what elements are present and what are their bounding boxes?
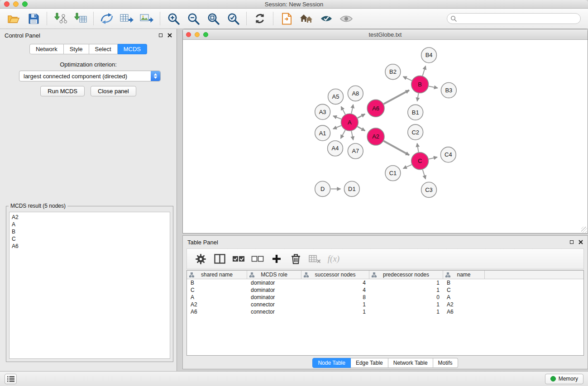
refresh-button[interactable] <box>250 10 270 27</box>
open-file-button[interactable] <box>4 10 24 27</box>
close-window-button[interactable] <box>4 1 10 7</box>
edge-A-A4[interactable] <box>341 130 345 139</box>
node-A2[interactable]: A2 <box>367 128 384 145</box>
zoom-fit-button[interactable] <box>203 10 223 27</box>
cell-successor-nodes[interactable]: 4 <box>301 280 369 286</box>
node-A8[interactable]: A8 <box>348 86 363 101</box>
edge-B-B4[interactable] <box>422 66 425 76</box>
node-A6[interactable]: A6 <box>367 100 384 117</box>
criterion-dropdown[interactable]: largest connected component (directed) <box>19 71 161 81</box>
cell-MCDS-role[interactable]: dominator <box>247 294 301 300</box>
tab-motifs[interactable]: Motifs <box>433 358 458 368</box>
table-row-B[interactable]: Bdominator41B <box>187 279 583 286</box>
home-button[interactable] <box>296 10 316 27</box>
column-header-MCDS-role[interactable]: MCDS role <box>247 271 301 279</box>
node-B4[interactable]: B4 <box>421 48 437 63</box>
node-D[interactable]: D <box>315 181 330 197</box>
show-column-button[interactable] <box>213 252 226 266</box>
edge-C-C1[interactable] <box>403 165 412 168</box>
result-item-c[interactable]: C <box>12 235 167 243</box>
zoom-network-button[interactable] <box>203 32 208 37</box>
minimize-window-button[interactable] <box>13 1 19 7</box>
zoom-window-button[interactable] <box>22 1 28 7</box>
cell-name[interactable]: A2 <box>443 301 485 308</box>
edge-B-B2[interactable] <box>403 76 411 81</box>
zoom-in-button[interactable] <box>163 10 183 27</box>
cell-name[interactable]: B <box>443 280 485 286</box>
document-button[interactable] <box>277 10 296 27</box>
table-row-C[interactable]: Cdominator41C <box>187 286 583 294</box>
edge-B-B1[interactable] <box>417 93 419 101</box>
cell-successor-nodes[interactable]: 8 <box>301 294 369 300</box>
function-builder-button[interactable]: f(x) <box>327 252 340 266</box>
cell-MCDS-role[interactable]: dominator <box>247 280 301 286</box>
result-item-a[interactable]: A <box>12 221 167 228</box>
cell-shared-name[interactable]: C <box>187 287 247 293</box>
deselect-all-button[interactable] <box>251 252 264 266</box>
task-history-button[interactable] <box>5 374 17 384</box>
edge-A-A5[interactable] <box>341 106 345 114</box>
column-header-successor-nodes[interactable]: successor nodes <box>301 271 369 279</box>
edge-A6-B[interactable] <box>384 90 409 104</box>
save-session-button[interactable] <box>24 10 43 27</box>
cell-predecessor-nodes[interactable]: 0 <box>369 294 443 300</box>
cell-name[interactable]: A <box>443 294 485 300</box>
cell-shared-name[interactable]: A6 <box>187 309 247 315</box>
cell-MCDS-role[interactable]: dominator <box>247 287 301 293</box>
import-table-button[interactable] <box>70 10 90 27</box>
cell-predecessor-nodes[interactable]: 1 <box>369 301 443 308</box>
tab-select[interactable]: Select <box>89 44 118 54</box>
edge-A-A8[interactable] <box>351 105 353 114</box>
node-B[interactable]: B <box>411 76 429 93</box>
tab-network[interactable]: Network <box>29 44 64 54</box>
edge-A-A1[interactable] <box>333 126 341 129</box>
cell-shared-name[interactable]: A <box>187 294 247 300</box>
node-C1[interactable]: C1 <box>385 166 401 181</box>
edge-A-A2[interactable] <box>358 127 365 131</box>
result-item-a6[interactable]: A6 <box>12 243 167 250</box>
edge-C-C2[interactable] <box>417 143 419 152</box>
edge-A-A6[interactable] <box>358 114 365 118</box>
zoom-selected-button[interactable] <box>223 10 243 27</box>
node-A5[interactable]: A5 <box>328 89 344 104</box>
close-table-panel-icon[interactable] <box>578 239 583 246</box>
edge-A2-C[interactable] <box>384 141 410 155</box>
node-A3[interactable]: A3 <box>315 104 330 119</box>
result-item-b[interactable]: B <box>12 228 167 235</box>
tab-node-table[interactable]: Node Table <box>312 358 351 368</box>
cell-name[interactable]: C <box>443 287 485 293</box>
node-A7[interactable]: A7 <box>348 143 363 159</box>
network-canvas[interactable]: B4B2BB3A8A5A6A3B1AC2A1A2A4A7C4CC1DD1C3 <box>183 40 588 233</box>
table-settings-button[interactable] <box>194 252 207 266</box>
table-row-A2[interactable]: A2connector11A2 <box>187 301 583 308</box>
node-A1[interactable]: A1 <box>315 125 330 141</box>
node-A4[interactable]: A4 <box>328 141 343 156</box>
cell-predecessor-nodes[interactable]: 1 <box>369 309 443 315</box>
tab-network-table[interactable]: Network Table <box>388 358 433 368</box>
network-graph[interactable]: B4B2BB3A8A5A6A3B1AC2A1A2A4A7C4CC1DD1C3 <box>183 40 588 233</box>
node-D1[interactable]: D1 <box>344 181 359 197</box>
add-row-button[interactable] <box>270 252 283 266</box>
cell-name[interactable]: A6 <box>443 309 485 315</box>
resize-grip[interactable] <box>581 227 587 233</box>
cell-successor-nodes[interactable]: 4 <box>301 287 369 293</box>
edge-A-A7[interactable] <box>351 131 353 140</box>
tab-style[interactable]: Style <box>64 44 89 54</box>
cell-successor-nodes[interactable]: 1 <box>301 301 369 308</box>
node-A[interactable]: A <box>341 114 358 131</box>
edge-C-C3[interactable] <box>423 170 426 179</box>
edge-C-C4[interactable] <box>429 157 437 159</box>
float-table-panel-icon[interactable] <box>570 240 574 244</box>
edge-A-A3[interactable] <box>333 116 341 119</box>
cell-shared-name[interactable]: B <box>187 280 247 286</box>
export-table-button[interactable] <box>117 10 137 27</box>
export-image-button[interactable] <box>137 10 157 27</box>
edge-B-B3[interactable] <box>429 86 438 88</box>
export-network-button[interactable] <box>97 10 117 27</box>
table-row-A[interactable]: Adominator80A <box>187 294 583 301</box>
cell-predecessor-nodes[interactable]: 1 <box>369 280 443 286</box>
delete-column-button[interactable] <box>308 252 321 266</box>
table-row-A6[interactable]: A6connector11A6 <box>187 308 583 315</box>
column-header-shared-name[interactable]: shared name <box>187 271 247 279</box>
delete-button[interactable] <box>289 252 302 266</box>
